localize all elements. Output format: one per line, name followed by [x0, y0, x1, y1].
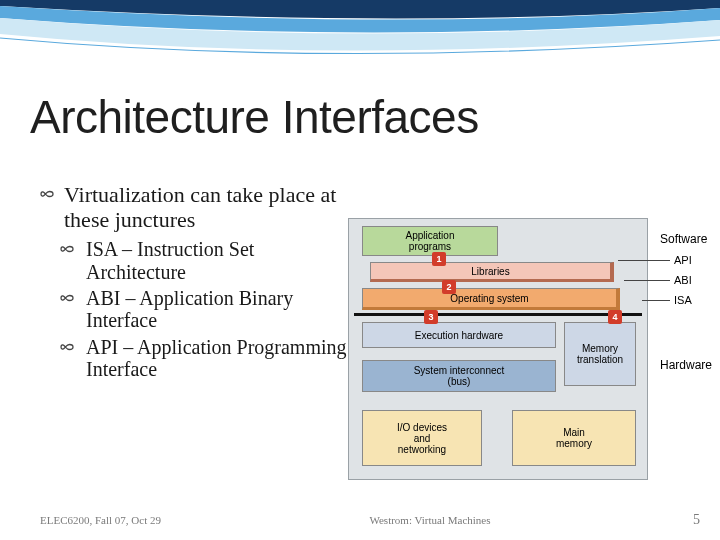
- bullet-sub-2-text: ABI – Application Binary Interface: [86, 287, 293, 331]
- header-swoosh: [0, 0, 720, 70]
- box-sys-bus: System interconnect (bus): [362, 360, 556, 392]
- marker-3: 3: [424, 310, 438, 324]
- bullet-main-text: Virtualization can take place at these j…: [64, 182, 336, 232]
- infinity-bullet-icon: [58, 289, 76, 307]
- architecture-diagram: Application programs Libraries Operating…: [348, 218, 710, 480]
- marker-4: 4: [608, 310, 622, 324]
- bullet-sub-3: API – Application Programming Interface: [58, 336, 348, 381]
- box-io-devices: I/O devices and networking: [362, 410, 482, 466]
- abi-label: ABI: [674, 274, 692, 286]
- box-main-mem: Main memory: [512, 410, 636, 466]
- body-text: Virtualization can take place at these j…: [38, 183, 348, 385]
- infinity-bullet-icon: [58, 240, 76, 258]
- infinity-bullet-icon: [58, 338, 76, 356]
- label-exec-hw: Execution hardware: [415, 330, 503, 341]
- box-mem-trans: Memory translation: [564, 322, 636, 386]
- bullet-main: Virtualization can take place at these j…: [38, 183, 348, 232]
- isa-divider: [354, 313, 642, 316]
- label-os: Operating system: [450, 293, 528, 304]
- slide-title: Architecture Interfaces: [30, 90, 479, 144]
- svg-rect-0: [0, 0, 720, 70]
- footer-left: ELEC6200, Fall 07, Oct 29: [40, 514, 220, 526]
- slide: Architecture Interfaces Virtualization c…: [0, 0, 720, 540]
- footer: ELEC6200, Fall 07, Oct 29 Westrom: Virtu…: [0, 512, 720, 528]
- footer-center: Westrom: Virtual Machines: [220, 514, 640, 526]
- marker-2: 2: [442, 280, 456, 294]
- isa-label: ISA: [674, 294, 692, 306]
- label-sys-bus: System interconnect (bus): [414, 365, 505, 387]
- box-app-programs: Application programs: [362, 226, 498, 256]
- bullet-sub-2: ABI – Application Binary Interface: [58, 287, 348, 332]
- software-label: Software: [660, 232, 707, 246]
- bullet-sub-1-text: ISA – Instruction Set Architecture: [86, 238, 254, 282]
- label-io-dev: I/O devices and networking: [397, 422, 447, 455]
- label-main-mem: Main memory: [556, 427, 592, 449]
- bullet-sub-1: ISA – Instruction Set Architecture: [58, 238, 348, 283]
- api-label: API: [674, 254, 692, 266]
- box-exec-hw: Execution hardware: [362, 322, 556, 348]
- label-libraries: Libraries: [471, 266, 509, 277]
- bullet-sub-3-text: API – Application Programming Interface: [86, 336, 347, 380]
- box-libraries: Libraries: [370, 262, 614, 282]
- infinity-bullet-icon: [38, 185, 56, 203]
- footer-page-number: 5: [640, 512, 700, 528]
- label-app-prog: Application programs: [406, 230, 455, 252]
- box-os: Operating system: [362, 288, 620, 310]
- hardware-label: Hardware: [660, 358, 712, 372]
- marker-1: 1: [432, 252, 446, 266]
- label-mem-trans: Memory translation: [577, 343, 623, 365]
